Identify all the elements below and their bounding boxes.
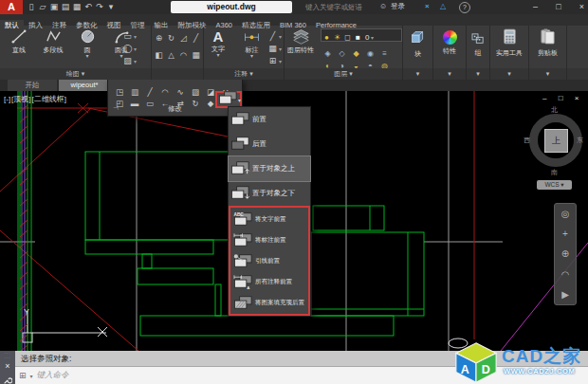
wcs-dropdown[interactable]: WCS ▾ [537,180,572,190]
showmotion-icon[interactable]: ▶ [561,289,569,300]
command-close-icon[interactable]: × [0,360,15,372]
drawing-rect[interactable] [142,254,152,268]
redo-icon[interactable]: ↷ [94,1,105,13]
drawing-rect[interactable] [311,232,424,316]
drawing-rect[interactable] [85,240,213,254]
tab-parametric[interactable]: 参数化 [71,20,102,31]
mirror-icon[interactable]: △ [165,49,177,62]
tab-addins[interactable]: 附加模块 [174,20,211,31]
fillet-icon[interactable]: ◠ [177,49,190,62]
layer-freeze-icon[interactable]: ☀ [332,32,342,43]
drawing-line[interactable] [0,108,91,192]
panel-expand-properties-icon[interactable]: ▾ [433,68,467,80]
viewcube-east-label[interactable]: 东 [577,136,583,145]
panel-group[interactable]: 组 [467,26,490,68]
menu-item-bring-above-objects[interactable]: 置于对象之上 [229,156,310,181]
copy-icon[interactable]: ◧ [153,49,165,62]
tab-performance[interactable]: Performance [311,20,361,31]
draw-order-flyout-arrow-icon[interactable]: ▾ [238,97,241,103]
command-input-dropdown-icon[interactable]: ▾ [30,373,33,379]
viewport-view-control[interactable]: [顶视] [11,95,30,103]
minimize-button[interactable]: – [533,0,538,14]
tab-default[interactable]: 默认 [0,20,24,31]
panel-label-annotate[interactable]: 注释 ▾ [204,68,285,80]
tab-a360[interactable]: A360 [211,20,238,31]
plot-icon[interactable]: ▤ [60,1,71,13]
dimension-tool-dropdown-icon[interactable]: ▾ [236,54,266,59]
drawing-window-controls[interactable]: – □ × [542,94,583,102]
help-icon[interactable]: ? [459,2,470,13]
menu-item-send-hatches-to-back[interactable]: 将图案填充项后置 [231,292,307,313]
user-icon[interactable]: ☺ [379,2,387,10]
drawing-rect[interactable] [313,206,384,230]
hatch-tool-dropdown-icon[interactable]: ▾ [134,59,137,64]
layer-on-icon[interactable]: ● [322,32,332,43]
exchange-apps-icon[interactable]: × [425,2,430,10]
layer-lock-icon[interactable]: ◻ [342,32,353,43]
menu-item-bring-dimensions-to-front[interactable]: 将标注前置 [231,229,307,250]
panel-expand-clipboard-icon[interactable]: ▾ [529,68,567,80]
rotate-icon[interactable]: ↻ [165,32,177,45]
viewcube-north-label[interactable]: 北 [551,105,558,115]
tab-insert[interactable]: 插入 [24,20,47,31]
new-file-icon[interactable]: ▯ [26,1,37,13]
tab-manage[interactable]: 管理 [126,20,150,31]
viewcube-top-face[interactable]: 上 [544,129,568,153]
tab-bim360[interactable]: BIM 360 [275,20,311,31]
panel-label-layers[interactable]: 图层 ▾ [285,68,403,80]
panel-clipboard[interactable]: 剪贴板 [529,26,567,68]
orbit-icon[interactable]: ◠ [561,269,570,280]
menu-item-all-annotations-to-front[interactable]: A所有注释前置 [231,271,307,292]
panel-block[interactable]: 块 [403,26,433,68]
circle-tool-dropdown-icon[interactable]: ▾ [70,54,104,59]
menu-item-bring-text-to-front[interactable]: ABC将文字前置 [231,209,307,229]
maximize-button[interactable]: □ [556,0,560,14]
command-customize-icon[interactable] [0,372,15,384]
hatch-tool-icon[interactable]: ▨ [121,55,134,67]
text-tool-dropdown-icon[interactable]: ▾ [204,53,232,58]
app-logo[interactable]: A [0,0,23,14]
text-style-icon[interactable]: ⊞ [266,55,279,67]
save-file-icon[interactable]: ▣ [48,1,60,13]
file-tab-start[interactable]: 开始 [8,80,57,91]
drawing-rect[interactable] [138,268,213,284]
undo-icon[interactable]: ↶ [83,1,94,13]
array-icon[interactable]: ▦ [190,49,202,62]
pan-icon[interactable]: + [562,229,568,239]
tab-annotate[interactable]: 注释 [47,20,71,31]
text-style-dropdown-icon[interactable]: ▾ [279,59,282,64]
panel-label-modify[interactable] [152,68,204,80]
search-input[interactable]: 键入关键字或短语 [305,3,362,12]
menu-item-send-to-back[interactable]: 后置 [229,132,310,156]
layer-dropdown-icon[interactable]: ▾ [369,35,374,41]
viewcube-south-label[interactable]: 南 [551,168,558,177]
panel-expand-group-icon[interactable]: ▾ [467,68,490,80]
viewcube-west-label[interactable]: 西 [524,136,530,145]
open-file-icon[interactable]: ▱ [37,1,48,13]
drawing-rect[interactable] [215,284,221,316]
viewport-menu-control[interactable]: [-] [4,95,10,103]
menu-item-leaders-to-front[interactable]: 引线前置 [231,250,307,271]
command-grip-handle[interactable]: ∙∙∙∙∙∙ [0,351,15,360]
tab-featured-apps[interactable]: 精选应用 [237,20,275,31]
tab-view[interactable]: 视图 [102,20,126,31]
command-input-icon[interactable]: ⊞ [19,371,27,380]
panel-utilities[interactable]: 实用工具 [490,26,529,68]
drawing-rect[interactable] [140,316,394,336]
zoom-icon[interactable]: ⊕ [561,248,569,259]
layer-color-swatch[interactable]: ■ [353,32,363,43]
sign-in-button[interactable]: 登录 [391,2,405,11]
close-button[interactable]: × [579,0,584,14]
file-tab-wipeout[interactable]: wipeout* [59,80,110,91]
panel-expand-block-icon[interactable]: ▾ [403,68,433,80]
move-icon[interactable]: ⊕ [153,32,165,45]
tab-output[interactable]: 输出 [150,20,174,31]
erase-icon[interactable]: ╱ [190,32,202,45]
menu-item-bring-to-front[interactable]: 前置 [229,107,310,132]
panel-label-draw[interactable]: 绘图 ▾ [0,68,152,80]
a360-icon[interactable]: △ [440,2,446,10]
qat-dropdown-icon[interactable]: ▾ [105,1,117,13]
navigation-wheel-icon[interactable]: ◎ [561,209,570,219]
print-icon[interactable]: ▦ [71,1,83,13]
panel-expand-utilities-icon[interactable]: ▾ [490,68,529,80]
